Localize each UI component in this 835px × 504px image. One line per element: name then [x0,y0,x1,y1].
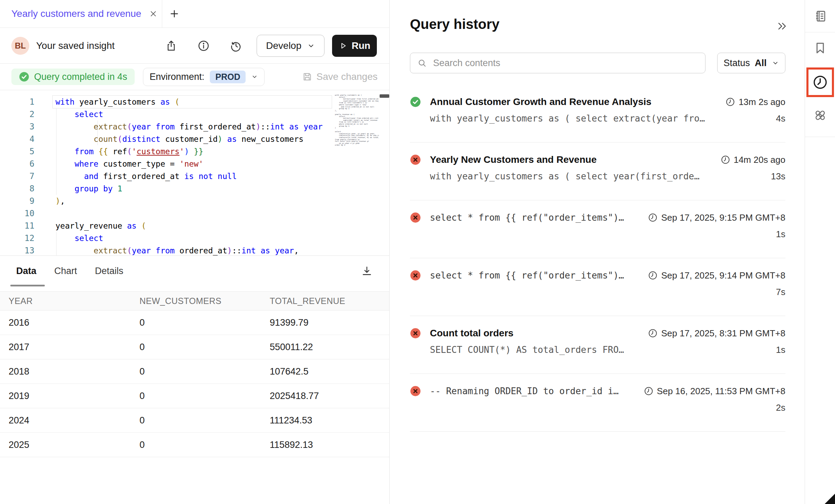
code-line[interactable]: 3 extract(year from first_ordered_at)::i… [0,120,389,133]
save-changes-button[interactable]: Save changes [302,71,378,82]
table-row: 20170550011.22 [0,335,389,359]
code-text: and first_ordered_at is not null [55,170,331,182]
history-search[interactable] [410,53,705,73]
check-circle-icon [19,72,29,82]
history-item-title: select * from {{ ref("order_items")… [430,212,641,223]
history-item-duration: 4s [776,113,785,124]
line-number: 2 [0,108,34,120]
table-cell: 107642.5 [270,359,309,384]
code-line[interactable]: 10 [0,207,389,220]
code-line[interactable]: 11yearly_revenue as ( [0,220,389,232]
app-window: Yearly customers and revenue BL Your sav… [0,0,835,504]
line-number: 3 [0,120,34,133]
history-item-duration: 7s [776,287,785,297]
tab-details[interactable]: Details [95,266,124,276]
query-editor-panel: Yearly customers and revenue BL Your sav… [0,0,390,504]
history-item[interactable]: select * from {{ ref("order_items")…Sep … [410,200,785,258]
download-icon[interactable] [360,264,374,278]
table-cell: 2016 [9,311,29,335]
history-item-duration: 1s [776,345,785,355]
history-item-duration: 2s [776,402,785,413]
line-number: 13 [0,244,34,255]
line-number: 9 [0,195,34,207]
history-item-time: Sep 17, 2025, 9:15 PM GMT+8 [648,212,785,223]
table-cell: 91399.79 [270,311,309,335]
active-tab-underline [10,285,45,286]
collapse-panel-icon[interactable] [775,19,789,33]
environment-label: Environment: [150,72,204,82]
editor-scrollbar-handle[interactable] [380,94,389,98]
code-text: yearly_revenue as ( [55,220,331,232]
table-cell: 2017 [9,335,29,359]
info-icon[interactable] [197,39,210,53]
code-line[interactable]: 6 where customer_type = 'new' [0,158,389,170]
right-icon-sidebar [805,0,835,504]
tab-yearly-customers[interactable]: Yearly customers and revenue [0,0,162,28]
error-status-icon [410,212,421,223]
column-header: YEAR [9,292,33,310]
code-line[interactable]: 1with yearly_customers as ( [0,96,389,108]
chevron-down-icon [772,59,779,67]
code-line[interactable]: 9), [0,195,389,207]
code-line[interactable]: 7 and first_ordered_at is not null [0,170,389,182]
history-clock-icon-active[interactable] [806,67,834,97]
history-item[interactable]: Annual Customer Growth and Revenue Analy… [410,85,785,143]
develop-button[interactable]: Develop [257,35,324,57]
table-cell: 111234.53 [270,408,312,432]
error-status-icon [410,154,421,165]
search-icon [417,58,427,68]
status-filter-dropdown[interactable]: Status All [717,53,785,73]
version-history-icon[interactable] [229,39,243,53]
explore-compass-icon[interactable] [805,107,835,124]
status-bar: Query completed in 4s Environment: PROD … [0,64,389,90]
table-header-row: YEARNEW_CUSTOMERSTOTAL_REVENUE [0,291,389,311]
status-filter-value: All [755,58,767,69]
environment-value: PROD [210,71,246,83]
tab-divider [162,0,162,28]
tab-close-icon[interactable] [147,8,159,20]
new-tab-button[interactable] [168,8,181,20]
history-item[interactable]: Count total ordersSep 17, 2025, 8:31 PM … [410,316,785,374]
history-item-duration: 13s [771,171,785,182]
chevron-down-icon [251,73,258,80]
save-changes-label: Save changes [317,71,378,82]
table-cell: 550011.22 [270,335,313,359]
history-item-time: 14m 20s ago [721,155,785,165]
code-text: group by 1 [55,182,331,195]
environment-selector[interactable]: Environment: PROD [143,68,265,86]
column-header: TOTAL_REVENUE [270,292,346,310]
mouse-cursor [825,494,835,504]
search-input[interactable] [432,57,698,69]
run-button[interactable]: Run [332,35,377,57]
code-line[interactable]: 2 select [0,108,389,120]
history-item[interactable]: Yearly New Customers and Revenue14m 20s … [410,143,785,200]
code-text: from {{ ref('customers') }} [55,145,331,158]
share-icon[interactable] [164,39,178,53]
notebook-outline-icon[interactable] [805,8,835,25]
chevron-down-icon [307,42,315,50]
line-number: 1 [0,96,34,108]
line-number: 11 [0,220,34,232]
tab-chart[interactable]: Chart [54,266,77,276]
table-cell: 2025 [9,433,29,457]
sql-code-editor[interactable]: 1with yearly_customers as (2 select3 ext… [0,90,389,255]
code-line[interactable]: 4 count(distinct customer_id) as new_cus… [0,133,389,145]
code-line[interactable]: 5 from {{ ref('customers') }} [0,145,389,158]
query-history-panel: Query history Status All Annual Customer… [390,0,805,504]
history-item[interactable]: select * from {{ ref("order_items")…Sep … [410,258,785,316]
develop-label: Develop [266,40,301,51]
line-number: 5 [0,145,34,158]
bookmark-icon[interactable] [805,40,835,57]
tab-data[interactable]: Data [16,266,37,276]
history-item-duration: 1s [776,229,785,240]
history-item[interactable]: -- Renaming ORDER_ID to order_id i…Sep 1… [410,374,785,432]
code-line[interactable]: 13 extract(year from ordered_at)::int as… [0,244,389,255]
code-line[interactable]: 8 group by 1 [0,182,389,195]
history-item-time: 13m 2s ago [725,97,785,107]
editor-minimap[interactable]: with yearly_customers as ( select extrac… [335,94,379,251]
line-number: 4 [0,133,34,145]
query-status-text: Query completed in 4s [34,72,127,82]
code-text: extract(year from ordered_at)::int as ye… [55,244,331,255]
minimap-code: with yearly_customers as ( select extrac… [335,94,379,146]
code-line[interactable]: 12 select [0,232,389,244]
